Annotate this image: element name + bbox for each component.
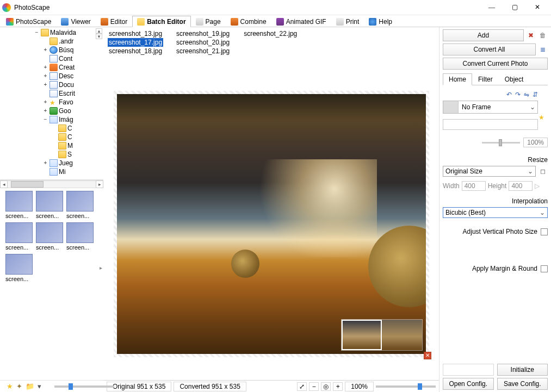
thumbnail[interactable]: screen... bbox=[36, 191, 63, 219]
right-tab-filter[interactable]: Filter bbox=[472, 73, 499, 85]
dropdown-icon[interactable]: ▾ bbox=[38, 382, 41, 390]
remove-image-icon[interactable]: ✕ bbox=[424, 352, 431, 359]
width-input[interactable]: 400 bbox=[462, 181, 486, 191]
scroll-right-icon[interactable]: ▸ bbox=[96, 181, 103, 188]
convert-all-button[interactable]: Convert All bbox=[443, 43, 536, 55]
file-item[interactable]: screenshot_18.jpg bbox=[108, 47, 163, 55]
tab-viewer[interactable]: Viewer bbox=[56, 16, 95, 27]
undo-icon[interactable]: ↶ bbox=[506, 91, 512, 98]
tab-photoscape[interactable]: PhotoScape bbox=[1, 16, 56, 27]
add-button[interactable]: Add bbox=[443, 29, 524, 41]
tree-item[interactable]: +Creat bbox=[1, 63, 103, 72]
file-item[interactable]: screenshot_13.jpg bbox=[108, 29, 163, 38]
tab-combine[interactable]: Combine bbox=[226, 16, 271, 27]
right-panel: Add ✖ 🗑 Convert All ≣ Convert Current Ph… bbox=[439, 27, 551, 392]
tab-help[interactable]: Help bbox=[364, 16, 397, 27]
adjust-vertical-checkbox[interactable] bbox=[541, 228, 548, 235]
frame-select[interactable]: No Frame ⌄ bbox=[443, 101, 538, 114]
right-tab-home[interactable]: Home bbox=[443, 73, 472, 85]
thumb-size-slider[interactable] bbox=[54, 385, 114, 388]
tree-item[interactable]: −Imág bbox=[1, 115, 103, 124]
star-icon[interactable]: ★ bbox=[7, 382, 13, 390]
interpolation-select[interactable]: Bicubic (Best) ⌄ bbox=[443, 207, 548, 218]
frame-opacity-slider[interactable] bbox=[482, 142, 520, 144]
scroll-left-icon[interactable]: ◂ bbox=[0, 181, 8, 188]
tab-animated-gif[interactable]: Animated GIF bbox=[271, 16, 331, 27]
resize-lock-icon[interactable]: ◻ bbox=[538, 166, 548, 176]
preview-image[interactable] bbox=[117, 94, 426, 354]
tree-item[interactable]: +Desc bbox=[1, 72, 103, 80]
file-item[interactable]: screenshot_17.jpg bbox=[108, 38, 163, 47]
tab-page[interactable]: Page bbox=[191, 16, 226, 27]
file-item[interactable]: screenshot_19.jpg bbox=[175, 29, 231, 38]
thumbnail[interactable]: screen... bbox=[5, 191, 33, 219]
initialize-button[interactable]: Initialize bbox=[497, 364, 548, 376]
tree-item[interactable]: Mi bbox=[1, 167, 103, 176]
tree-scroll[interactable]: ▲▼ bbox=[96, 28, 102, 39]
chevron-down-icon[interactable]: ⌄ bbox=[528, 167, 533, 175]
thumbnail-grid[interactable]: screen...screen...screen...screen...scre… bbox=[0, 188, 103, 380]
tree-root[interactable]: −Malavida bbox=[1, 28, 103, 37]
apply-margin-checkbox[interactable] bbox=[541, 265, 548, 272]
tree-item[interactable]: C bbox=[1, 133, 103, 141]
run-resize-icon[interactable]: ▷ bbox=[535, 182, 540, 190]
thumbs-more-icon[interactable]: ▸ bbox=[100, 265, 102, 271]
file-list[interactable]: screenshot_13.jpgscreenshot_17.jpgscreen… bbox=[103, 27, 439, 64]
flip-v-icon[interactable]: ⇵ bbox=[533, 91, 538, 98]
tree-item[interactable]: M bbox=[1, 141, 103, 150]
config-name-input[interactable] bbox=[443, 364, 494, 376]
file-item[interactable]: screenshot_22.jpg bbox=[243, 29, 298, 38]
tab-print[interactable]: Print bbox=[331, 16, 364, 27]
trash-icon[interactable]: 🗑 bbox=[538, 30, 548, 40]
tree-item[interactable]: +Goo bbox=[1, 107, 103, 115]
fit-icon[interactable]: ⤢ bbox=[297, 382, 307, 391]
tab-editor[interactable]: Editor bbox=[96, 16, 132, 27]
tab-batch-editor[interactable]: Batch Editor bbox=[132, 16, 190, 27]
redo-icon[interactable]: ↷ bbox=[515, 91, 521, 98]
zoom-actual-icon[interactable]: ◎ bbox=[321, 382, 331, 391]
folder-icon[interactable]: 📁 bbox=[26, 382, 34, 390]
right-tab-object[interactable]: Object bbox=[499, 73, 530, 85]
tree-item[interactable]: +★Favo bbox=[1, 98, 103, 107]
file-item[interactable]: screenshot_20.jpg bbox=[175, 38, 231, 47]
zoom-out-icon[interactable]: − bbox=[309, 382, 319, 391]
maximize-button[interactable]: ▢ bbox=[503, 0, 526, 15]
thumbnail[interactable]: screen... bbox=[5, 222, 33, 251]
folder-tree[interactable]: ▲▼ −Malavida.andr+BúsqCont+Creat+Desc+Do… bbox=[0, 27, 103, 180]
left-panel: ▲▼ −Malavida.andr+BúsqCont+Creat+Desc+Do… bbox=[0, 27, 103, 392]
tree-hscroll[interactable]: ◂ ▸ bbox=[0, 180, 103, 188]
favorite-frame-icon[interactable]: ★ bbox=[538, 114, 544, 121]
file-item[interactable]: screenshot_21.jpg bbox=[175, 47, 231, 55]
tree-item[interactable]: Escrit bbox=[1, 89, 103, 98]
save-config-button[interactable]: Save Config. bbox=[497, 378, 548, 390]
tree-item[interactable]: C bbox=[1, 124, 103, 133]
list-icon[interactable]: ≣ bbox=[538, 45, 548, 54]
tree-item[interactable]: +Búsq bbox=[1, 46, 103, 54]
thumbnail[interactable]: screen... bbox=[66, 191, 94, 219]
resize-mode-value: Original Size bbox=[445, 167, 482, 175]
tree-item[interactable]: +Docu bbox=[1, 80, 103, 89]
wand-icon[interactable]: ✦ bbox=[16, 382, 22, 390]
zoom-in-icon[interactable]: + bbox=[333, 382, 343, 391]
resize-mode-select[interactable]: Original Size ⌄ bbox=[443, 166, 536, 177]
chevron-down-icon[interactable]: ⌄ bbox=[540, 209, 545, 216]
frame-options-input[interactable] bbox=[443, 119, 538, 130]
tree-item[interactable]: .andr bbox=[1, 37, 103, 46]
tree-item[interactable]: Cont bbox=[1, 54, 103, 63]
thumbnail[interactable]: screen... bbox=[66, 222, 94, 251]
tree-item[interactable]: +Jueg bbox=[1, 159, 103, 167]
minimize-button[interactable]: — bbox=[480, 0, 503, 15]
close-button[interactable]: ✕ bbox=[526, 0, 549, 15]
apply-margin-label: Apply Margin & Round bbox=[472, 265, 537, 272]
flip-h-icon[interactable]: ⇋ bbox=[524, 91, 529, 98]
height-input[interactable]: 400 bbox=[509, 181, 533, 191]
thumbnail[interactable]: screen... bbox=[36, 222, 63, 251]
tree-item[interactable]: S bbox=[1, 150, 103, 159]
chevron-down-icon[interactable]: ⌄ bbox=[528, 103, 537, 111]
thumbnail[interactable]: screen... bbox=[5, 254, 33, 282]
remove-icon[interactable]: ✖ bbox=[526, 30, 536, 40]
before-after-preview[interactable] bbox=[341, 319, 423, 351]
open-config-button[interactable]: Open Config. bbox=[443, 378, 494, 390]
convert-current-button[interactable]: Convert Current Photo bbox=[443, 58, 548, 70]
zoom-slider[interactable] bbox=[376, 385, 436, 388]
